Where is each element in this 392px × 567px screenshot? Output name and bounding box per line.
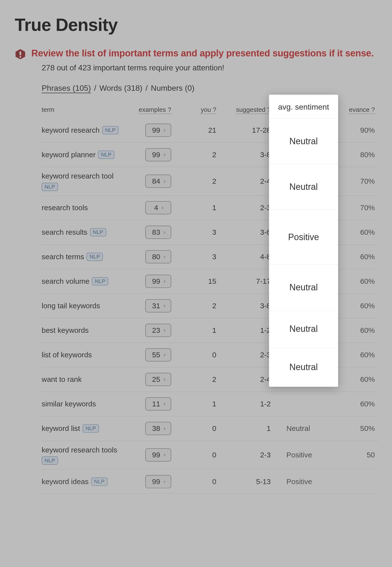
examples-count: 99 [152,150,160,159]
table-row: search termsNLP80›34-860% [42,245,377,269]
you-cell: 2 [180,150,227,159]
examples-count: 23 [152,326,160,334]
chevron-right-icon: › [164,229,165,236]
relevance-cell: 60% [344,277,377,285]
nlp-badge: NLP [86,253,103,261]
term-cell[interactable]: similar keywords [42,399,132,409]
examples-count: 99 [152,277,160,285]
table-row: list of keywords55›02-3Neutral60% [42,343,377,367]
examples-count: 80 [152,253,160,261]
col-you[interactable]: you ? [180,106,227,114]
you-cell: 3 [180,253,227,261]
examples-cell: 38› [132,422,180,435]
table-row: keyword listNLP38›01Neutral50% [42,417,377,441]
tab-words[interactable]: Words (318) [99,84,142,92]
sentiment-cell: Positive [280,477,344,486]
relevance-cell: 60% [344,351,377,359]
term-cell[interactable]: best keywords [42,326,132,335]
table-body: keyword researchNLP99›2117-28Neutral90%k… [42,118,377,494]
tab-sep: / [146,84,150,92]
term-cell[interactable]: keyword listNLP [42,424,132,433]
examples-button[interactable]: 55› [145,348,171,361]
examples-button[interactable]: 80› [145,250,171,263]
term-text: search terms [42,252,84,261]
suggested-cell: 1 [227,424,280,433]
relevance-cell: 60% [344,326,377,334]
nlp-badge: NLP [91,477,108,486]
suggested-cell: 2-3 [227,451,280,459]
suggested-cell: 2-4 [227,375,280,384]
chevron-right-icon: › [164,254,165,260]
suggested-cell: 3-8 [227,302,280,310]
examples-button[interactable]: 38› [145,422,171,435]
examples-count: 99 [152,126,160,134]
term-text: keyword research [42,126,100,135]
tab-phrases[interactable]: Phrases (105) [42,84,91,93]
you-cell: 0 [180,351,227,359]
you-cell: 1 [180,326,227,334]
examples-button[interactable]: 99› [145,124,171,137]
term-cell[interactable]: list of keywords [42,350,132,359]
table-row: best keywords23›11-2Neutral60% [42,318,377,343]
you-cell: 15 [180,277,227,285]
term-cell[interactable]: research tools [42,203,132,212]
term-text: want to rank [42,375,82,384]
table-row: keyword researchNLP99›2117-28Neutral90% [42,118,377,142]
examples-button[interactable]: 23› [145,324,171,337]
you-cell: 3 [180,228,227,236]
table-header: term examples ? you ? suggested ? avg. s… [42,102,377,118]
examples-button[interactable]: 4› [145,201,171,214]
examples-cell: 84› [132,175,180,188]
relevance-cell: 90% [344,126,377,134]
chevron-right-icon: › [164,178,165,184]
examples-button[interactable]: 11› [145,397,171,411]
term-text: keyword list [42,424,80,433]
col-relevance[interactable]: evance ? [344,106,377,114]
tab-sep: / [94,84,98,92]
sentiment-cell: Positive [280,451,344,459]
table-row: keyword ideasNLP99›05-13Positive [42,469,377,494]
term-cell[interactable]: long tail keywords [42,301,132,311]
page-title: True Density [15,15,377,35]
suggested-cell: 1-2 [227,326,280,334]
relevance-cell: 60% [344,375,377,384]
term-text: search results [42,228,87,237]
chevron-right-icon: › [164,425,165,432]
you-cell: 1 [180,204,227,212]
examples-button[interactable]: 99› [145,148,171,161]
term-cell[interactable]: keyword ideasNLP [42,477,132,486]
examples-button[interactable]: 99› [145,275,171,288]
chevron-right-icon: › [164,278,165,284]
term-cell[interactable]: search volumeNLP [42,277,132,286]
term-cell[interactable]: keyword research toolsNLP [42,445,132,465]
sentiment-cell: Neutral [280,177,344,185]
sentiment-cell: Neutral [280,302,344,310]
term-cell[interactable]: search termsNLP [42,252,132,261]
examples-button[interactable]: 31› [145,299,171,313]
term-cell[interactable]: keyword researchNLP [42,126,132,135]
you-cell: 1 [180,400,227,408]
term-cell[interactable]: want to rank [42,375,132,384]
examples-button[interactable]: 84› [145,175,171,188]
examples-cell: 11› [132,397,180,411]
col-suggested[interactable]: suggested ? [227,106,280,114]
examples-button[interactable]: 99› [145,448,171,462]
examples-button[interactable]: 99› [145,475,171,488]
term-cell[interactable]: search resultsNLP [42,228,132,237]
examples-button[interactable]: 25› [145,373,171,386]
table-row: want to rank25›22-4Neutral60% [42,367,377,392]
col-sentiment[interactable]: avg. sentiment [280,106,344,114]
sentiment-cell: Positive [280,228,344,236]
col-examples[interactable]: examples ? [132,106,180,114]
tab-numbers[interactable]: Numbers (0) [151,84,195,92]
relevance-cell: 60% [344,253,377,261]
term-cell[interactable]: keyword research toolNLP [42,171,132,191]
table-row: similar keywords11›11-260% [42,392,377,417]
term-text: long tail keywords [42,301,100,311]
table-row: keyword research toolsNLP99›02-3Positive… [42,441,377,470]
relevance-cell: 70% [344,177,377,185]
examples-cell: 23› [132,324,180,337]
term-cell[interactable]: keyword plannerNLP [42,150,132,159]
examples-button[interactable]: 83› [145,226,171,239]
you-cell: 2 [180,177,227,185]
